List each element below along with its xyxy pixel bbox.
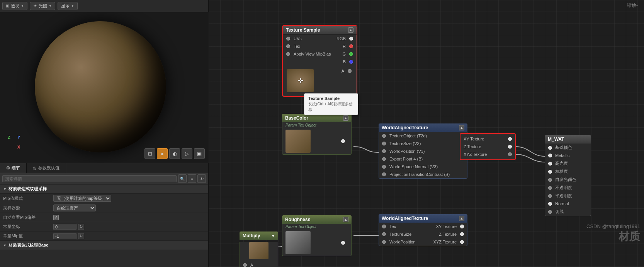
list-view-icon[interactable]: ≡ (188, 174, 196, 183)
texture-sample-body: UVs RGB Tex R Ap (283, 35, 357, 96)
prop-row-sampler: 采样器源 自纹理资产 (0, 203, 208, 213)
ts-pin-g-out (349, 52, 353, 56)
multiply-node[interactable]: Multiply ▼ A (240, 232, 278, 267)
mwat-pin-tangent (548, 210, 552, 214)
bc-pin-out (341, 139, 345, 143)
ts-row-mipbias: Apply View MipBias G (283, 50, 356, 58)
mwat-out-metallic: Metallic (545, 152, 591, 159)
tooltip-hint: 长按(Ctrl + Alt)获得更多信息 (308, 101, 354, 112)
search-icon[interactable]: 🔍 (178, 174, 187, 183)
viewport-area: X Z Y ⊞ ● ◐ ▷ ▣ (0, 12, 209, 163)
basecolor-expand[interactable]: ▲ (343, 115, 348, 121)
basecolor-node[interactable]: BaseColor ▲ Param Tex Object (282, 114, 352, 155)
perspective-btn[interactable]: ⊞ 透视 ▼ (2, 2, 27, 10)
ts-pin-uvs-in (286, 37, 290, 41)
wat-b-pin-xy-out (460, 225, 464, 228)
mwat-pin-opacity (548, 186, 552, 190)
mip-value-reset-icon[interactable]: ↻ (78, 233, 84, 239)
wat-pin-z-out (508, 145, 512, 149)
viewport-icon-sphere[interactable]: ● (157, 148, 168, 159)
texture-sample-title: Texture Sample (286, 27, 320, 33)
viewport-icon-teapot[interactable]: ▣ (194, 148, 205, 159)
wat-bottom-node[interactable]: WorldAlignedTexture ▲ Tex XY Texture Tex… (379, 214, 467, 246)
wat-top-expand[interactable]: ▲ (459, 125, 464, 130)
wat-b-pin-z-out (460, 232, 464, 236)
mwat-out-roughness: 粗糙度 (545, 167, 591, 176)
coord-reset-icon[interactable]: ↻ (78, 224, 84, 230)
wat-b-pin-xyz-out (460, 240, 464, 244)
wat-top-node[interactable]: WorldAlignedTexture ▲ TextureObject (T2d… (379, 123, 467, 179)
perspective-arrow: ▼ (21, 4, 24, 8)
texture-sample-node-top[interactable]: Texture Sample ▲ UVs RGB Tex (282, 25, 357, 97)
prop-input-mip-value[interactable] (53, 233, 76, 239)
perspective-icon: ⊞ (6, 3, 9, 8)
tab-details[interactable]: ① 细节 (0, 163, 27, 173)
prop-select-sampler[interactable]: 自纹理资产 (53, 204, 96, 211)
viewport-icon-bar: ⊞ ● ◐ ▷ ▣ (144, 148, 205, 159)
wat-out-z: Z Texture (460, 143, 515, 150)
prop-row-mip-bias: 自动查看Mip偏差 (0, 213, 208, 222)
multiply-row-a: A (240, 261, 278, 267)
basecolor-header: BaseColor ▲ (282, 114, 352, 122)
prop-label-coord: 常量坐标 (3, 224, 53, 230)
mwat-pin-metallic (548, 154, 552, 157)
eye-icon[interactable]: 👁 (197, 174, 206, 183)
mwat-pin-emissive (548, 178, 552, 182)
wat-pin-xyz-out (508, 152, 512, 156)
prop-label-mip-mode: Mip值模式 (3, 196, 53, 201)
viewport-icon-plane[interactable]: ◐ (169, 148, 180, 159)
roughness-expand[interactable]: ▲ (343, 217, 348, 222)
section-base-collapse-icon[interactable]: ▼ (3, 243, 7, 247)
mwat-title: M_WAT (548, 137, 564, 142)
axes-widget: X Z Y (6, 128, 29, 151)
ts-pin-r-out (349, 44, 353, 48)
wat-outputs-box: XY Texture Z Texture XYZ Texture (460, 133, 516, 160)
roughness-node[interactable]: Roughness ▲ Param Tex Object (282, 215, 352, 256)
tab-params[interactable]: ◎ 参数默认值 (27, 163, 66, 173)
multiply-header: Multiply ▼ (240, 232, 278, 240)
sphere-container (4, 16, 197, 157)
wat-pin-texsize-in (382, 142, 386, 145)
prop-value-mip-bias (53, 215, 205, 220)
wat-out-xy: XY Texture (460, 135, 515, 143)
details-icon: ① (6, 166, 10, 171)
basecolor-body: Param Tex Object (282, 122, 352, 155)
ts-pin-a-out (348, 69, 352, 73)
wat-bottom-expand[interactable]: ▲ (459, 216, 464, 221)
texture-sample-expand[interactable]: ▲ (348, 27, 353, 33)
perspective-label: 透视 (11, 3, 19, 9)
material-sphere (35, 21, 166, 152)
watermark: CSDN @tangfuling1991 材质 (586, 223, 640, 244)
prop-input-coord[interactable] (53, 224, 76, 230)
mwat-out-basecolor: 基础颜色 (545, 144, 591, 152)
section-collapse-icon[interactable]: ▼ (3, 187, 7, 191)
section-title-base: 材质表达式纹理Base (8, 242, 48, 248)
mwat-out-opacity: 不透明度 (545, 184, 591, 192)
wat-pin-texobj-in (382, 134, 386, 138)
node-graph-panel[interactable]: 缩放- Texture Sample ▲ UVs RGB (209, 0, 644, 267)
viewport-icon-box[interactable]: ▷ (182, 148, 192, 159)
multiply-body: A (240, 242, 278, 267)
mwat-out-tangent: 切线 (545, 208, 591, 216)
multiply-dropdown-icon[interactable]: ▼ (271, 234, 275, 238)
prop-value-mip-mode: 无（使用计算的mip等级） (53, 195, 205, 202)
prop-select-mip-mode[interactable]: 无（使用计算的mip等级） (53, 195, 111, 202)
search-input[interactable] (2, 175, 177, 182)
display-btn[interactable]: 显示 ▼ (58, 2, 78, 10)
ts-texture-preview: ✛ (287, 69, 314, 92)
lighting-arrow: ▼ (49, 4, 52, 8)
viewport-icon-grid[interactable]: ⊞ (144, 148, 155, 159)
prop-checkbox-mip-bias[interactable] (53, 215, 59, 220)
properties-panel: ① 细节 ◎ 参数默认值 🔍 ≡ 👁 ▼ 材质表达式纹理采样 Mip值模式 (0, 163, 208, 267)
mwat-pin-normal (548, 202, 552, 206)
wat-pin-xy-out (508, 137, 512, 141)
section-header-base: ▼ 材质表达式纹理Base (0, 241, 208, 250)
section-title-texture: 材质表达式纹理采样 (8, 186, 47, 192)
wat-pin-proj-in (382, 172, 386, 176)
basecolor-preview (285, 130, 311, 153)
mwat-node[interactable]: M_WAT 基础颜色 Metallic 高光度 (545, 135, 591, 216)
lighting-btn[interactable]: ☀ 光照 ▼ (30, 2, 55, 10)
wat-bottom-header: WorldAlignedTexture ▲ (379, 214, 467, 223)
wat-row-texsize: TextureSize (V3) (379, 140, 467, 147)
wat-b-pin-texsize-in (382, 232, 386, 236)
